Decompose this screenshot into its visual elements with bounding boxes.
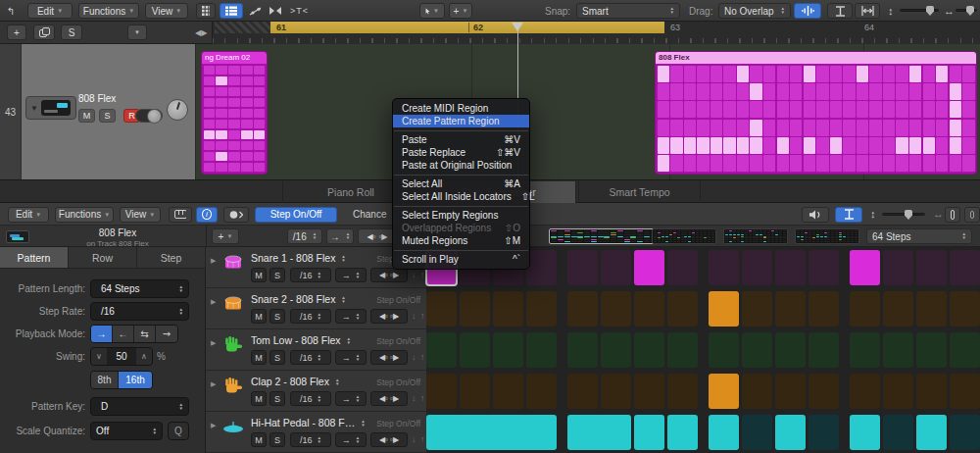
vertical-auto-zoom-button[interactable] <box>827 3 853 19</box>
pattern-page-thumb-2[interactable] <box>652 228 716 244</box>
preview-button[interactable] <box>802 207 829 223</box>
row-velocity-down-icon[interactable]: ↓ <box>412 434 416 444</box>
tab-step[interactable]: Step <box>137 247 206 268</box>
step-cell[interactable] <box>916 374 947 409</box>
track-on-off-toggle[interactable] <box>135 109 163 123</box>
pattern-length-select[interactable]: 64 Steps▲▼ <box>866 228 972 244</box>
step-cell[interactable] <box>950 291 980 327</box>
solo-button[interactable]: S <box>99 109 116 123</box>
step-cell-active[interactable] <box>426 415 557 450</box>
step-cell[interactable] <box>567 250 598 285</box>
playback-forward-button[interactable]: → <box>91 326 113 342</box>
step-cell[interactable] <box>850 332 880 368</box>
slider-knob[interactable] <box>905 210 912 220</box>
automation-button[interactable] <box>249 0 263 22</box>
row-rotate-buttons[interactable]: ◀▫ ▫▶ <box>370 432 408 447</box>
link-button[interactable] <box>964 207 980 223</box>
step-cell[interactable] <box>883 374 913 409</box>
rotate-right-icon[interactable]: ▫▶ <box>379 232 388 241</box>
snap-select[interactable]: Smart▲▼ <box>576 3 680 19</box>
step-cell[interactable] <box>634 291 664 327</box>
step-rate-field[interactable]: /16▲▼ <box>90 302 189 321</box>
row-rate-stepper[interactable]: /16▲▼ <box>290 309 331 324</box>
tab-smart-tempo[interactable]: Smart Tempo <box>578 181 701 203</box>
menu-edit[interactable]: Edit▼ <box>27 3 73 19</box>
pattern-page-thumb-3[interactable] <box>723 228 788 244</box>
region-ng-dream-02[interactable]: ng Dream 02 <box>201 51 268 175</box>
seq-menu-edit[interactable]: Edit▼ <box>8 207 49 223</box>
track-header[interactable]: 43 ▼ 808 Flex M S R <box>0 44 196 179</box>
disclosure-triangle-icon[interactable]: ▶ <box>211 339 216 347</box>
menu-item-select-all[interactable]: Select All⌘A <box>393 177 529 190</box>
row-zoom-slider[interactable] <box>882 213 925 216</box>
disclosure-triangle-icon[interactable]: ▶ <box>211 380 216 388</box>
drag-select[interactable]: No Overlap▲▼ <box>718 3 791 19</box>
menu-item-select-empty-regions[interactable]: Select Empty Regions <box>393 209 529 222</box>
edit-mode-step-on-off-button[interactable]: Step On/Off <box>255 207 337 223</box>
step-cell[interactable] <box>526 291 557 327</box>
row-header-tom-low-808-flex[interactable]: ▶Tom Low - 808 Flex ▲▼Step On/OffMS/16▲▼… <box>206 329 426 371</box>
row-velocity-up-icon[interactable]: ↑ <box>420 352 425 362</box>
step-cell[interactable] <box>916 332 947 368</box>
row-direction-stepper[interactable]: →▲▼ <box>335 268 367 282</box>
step-cell[interactable] <box>742 332 772 368</box>
pointer-tool-button[interactable]: ▼ <box>419 3 445 19</box>
disclosure-triangle-icon[interactable]: ▼ <box>30 104 38 113</box>
step-cell[interactable] <box>950 415 980 450</box>
step-cell[interactable] <box>808 250 839 285</box>
step-cell-active[interactable] <box>709 291 739 327</box>
step-cell[interactable] <box>950 374 980 409</box>
step-cell-active[interactable] <box>709 415 739 450</box>
step-cell[interactable] <box>709 332 739 368</box>
disclosure-triangle-icon[interactable]: ▶ <box>211 298 216 306</box>
pattern-direction-stepper[interactable]: →▲▼ <box>326 228 354 244</box>
step-cell[interactable] <box>667 250 698 285</box>
horizontal-zoom-slider[interactable] <box>956 9 977 12</box>
step-cell-active[interactable] <box>916 415 947 450</box>
slider-knob[interactable] <box>966 6 974 16</box>
swing-value[interactable]: 50 <box>107 348 136 365</box>
row-direction-stepper[interactable]: →▲▼ <box>335 391 367 406</box>
step-cell[interactable] <box>526 250 557 285</box>
tab-pattern[interactable]: Pattern <box>0 247 69 268</box>
row-solo-button[interactable]: S <box>270 309 285 324</box>
row-velocity-up-icon[interactable]: ↑ <box>420 270 425 279</box>
row-rate-stepper[interactable]: /16▲▼ <box>290 268 331 282</box>
menu-item-paste-at-original-position[interactable]: Paste at Original Position <box>393 159 529 172</box>
menu-item-paste[interactable]: Paste⌘V <box>393 133 529 146</box>
step-cell[interactable] <box>426 291 457 327</box>
step-cell[interactable] <box>775 332 806 368</box>
step-cell[interactable] <box>526 374 557 409</box>
row-direction-stepper[interactable]: →▲▼ <box>335 350 367 365</box>
step-cell[interactable] <box>460 374 490 409</box>
step-cell[interactable] <box>850 291 880 327</box>
catch-content-button[interactable]: >T< <box>290 0 309 22</box>
midi-in-button[interactable] <box>945 207 960 223</box>
row-direction-stepper[interactable]: →▲▼ <box>335 432 367 447</box>
seq-menu-view[interactable]: View▼ <box>120 207 161 223</box>
step-cell[interactable] <box>742 415 772 450</box>
step-cell[interactable] <box>883 415 913 450</box>
scale-quantize-field[interactable]: Off▲▼ <box>90 422 163 440</box>
step-cell-active[interactable] <box>709 374 739 409</box>
step-cell[interactable] <box>808 415 839 450</box>
row-header-snare-2-808-flex[interactable]: ▶Snare 2 - 808 Flex ▲▼Step On/OffMS/16▲▼… <box>206 288 426 329</box>
menu-item-overlapped-regions[interactable]: Overlapped Regions⇧O <box>393 222 529 234</box>
step-cell-active[interactable] <box>634 415 664 450</box>
track-icon-tile[interactable]: ▼ <box>25 96 76 120</box>
secondary-tool-button[interactable]: +▼ <box>449 3 472 19</box>
step-cell[interactable] <box>526 332 557 368</box>
add-row-button[interactable]: +▼ <box>212 228 239 244</box>
step-cell-active[interactable] <box>667 415 698 450</box>
step-cell[interactable] <box>808 332 839 368</box>
step-cell[interactable] <box>950 250 980 285</box>
step-cell[interactable] <box>567 374 598 409</box>
step-cell[interactable] <box>742 250 772 285</box>
row-velocity-down-icon[interactable]: ↓ <box>412 352 416 362</box>
row-mute-button[interactable]: M <box>251 350 267 365</box>
menu-item-scroll-in-play[interactable]: Scroll in Play^` <box>393 253 529 266</box>
step-cell[interactable] <box>775 250 806 285</box>
kit-piece-button[interactable] <box>223 207 249 223</box>
tracks-view-button[interactable] <box>220 3 243 19</box>
step-cell[interactable] <box>775 291 806 327</box>
